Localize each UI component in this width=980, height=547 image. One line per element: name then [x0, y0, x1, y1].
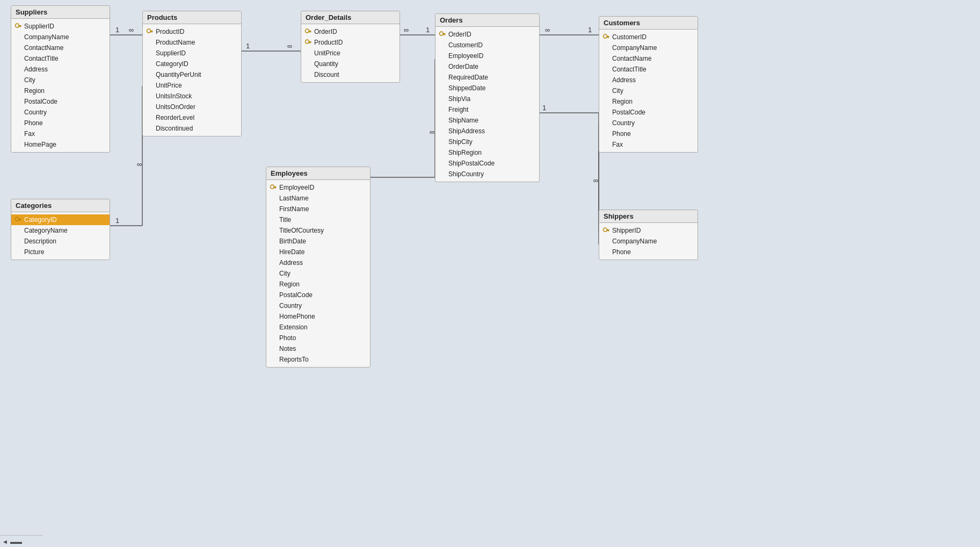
field-row-companyname: CompanyName — [599, 236, 698, 247]
key-icon-shipperid — [602, 227, 610, 234]
field-name-city: City — [24, 76, 105, 84]
table-products: Products ProductIDProductNameSupplierIDC… — [142, 11, 242, 136]
field-row-supplierid: SupplierID — [11, 21, 110, 32]
field-row-shippeddate: ShippedDate — [435, 83, 539, 93]
field-row-productid: ProductID — [301, 37, 400, 48]
field-name-region: Region — [612, 98, 693, 105]
svg-rect-62 — [607, 231, 608, 231]
svg-text:∞: ∞ — [404, 26, 409, 34]
field-row-unitprice: UnitPrice — [301, 48, 400, 59]
field-name-photo: Photo — [279, 334, 366, 342]
table-customers: Customers CustomerIDCompanyNameContactNa… — [599, 16, 698, 153]
field-name-categoryid: CategoryID — [24, 216, 105, 224]
field-name-shipaddress: ShipAddress — [448, 127, 535, 135]
field-name-phone: Phone — [24, 119, 105, 127]
field-name-shipvia: ShipVia — [448, 95, 535, 103]
field-name-address: Address — [612, 76, 693, 84]
field-name-fax: Fax — [612, 141, 693, 148]
field-name-titleofcourtesy: TitleOfCourtesy — [279, 227, 366, 234]
field-name-phone: Phone — [612, 130, 693, 138]
field-name-contactname: ContactName — [24, 44, 105, 52]
field-row-categoryname: CategoryName — [11, 225, 110, 236]
field-name-shipcity: ShipCity — [448, 138, 535, 146]
field-name-productid: ProductID — [314, 39, 395, 46]
field-name-fax: Fax — [24, 130, 105, 138]
field-row-contacttitle: ContactTitle — [11, 53, 110, 64]
table-body-customers: CustomerIDCompanyNameContactNameContactT… — [599, 30, 698, 152]
field-name-shippostalcode: ShipPostalCode — [448, 160, 535, 167]
field-row-country: Country — [11, 107, 110, 118]
field-row-unitsinstock: UnitsInStock — [143, 91, 241, 102]
field-name-extension: Extension — [279, 323, 366, 331]
field-row-city: City — [11, 75, 110, 85]
svg-rect-53 — [608, 37, 609, 38]
field-row-reportsto: ReportsTo — [266, 354, 370, 365]
field-row-shipname: ShipName — [435, 115, 539, 126]
svg-rect-32 — [19, 219, 21, 220]
table-categories: Categories CategoryIDCategoryNameDescrip… — [11, 199, 110, 260]
key-icon-employeeid — [270, 184, 277, 191]
field-name-companyname: CompanyName — [24, 33, 105, 41]
key-icon-orderid — [439, 31, 446, 38]
field-row-requireddate: RequiredDate — [435, 72, 539, 83]
field-name-orderdate: OrderDate — [448, 63, 535, 70]
svg-text:∞: ∞ — [129, 26, 134, 34]
table-suppliers: Suppliers SupplierIDCompanyNameContactNa… — [11, 5, 110, 153]
field-row-titleofcourtesy: TitleOfCourtesy — [266, 225, 370, 236]
field-row-address: Address — [266, 257, 370, 268]
field-row-picture: Picture — [11, 247, 110, 257]
field-name-unitsonorder: UnitsOnOrder — [156, 103, 237, 111]
field-row-homephone: HomePhone — [266, 311, 370, 322]
field-name-customerid: CustomerID — [448, 41, 535, 49]
field-name-region: Region — [279, 280, 366, 288]
svg-rect-49 — [444, 34, 445, 35]
table-body-order_details: OrderID ProductIDUnitPriceQuantityDiscou… — [301, 24, 400, 82]
scroll-indicator[interactable]: ◄ ▬▬ — [0, 535, 43, 547]
key-icon-supplierid — [14, 23, 22, 30]
svg-rect-56 — [274, 186, 277, 188]
svg-rect-28 — [19, 25, 21, 26]
field-row-postalcode: PostalCode — [11, 96, 110, 107]
svg-rect-52 — [607, 36, 609, 37]
field-row-notes: Notes — [266, 343, 370, 354]
field-name-requireddate: RequiredDate — [448, 74, 535, 81]
field-name-categoryname: CategoryName — [24, 227, 105, 234]
field-row-country: Country — [266, 300, 370, 311]
field-name-address: Address — [24, 66, 105, 73]
field-row-customerid: CustomerID — [599, 32, 698, 42]
field-name-homephone: HomePhone — [279, 313, 366, 320]
field-row-shipcity: ShipCity — [435, 136, 539, 147]
field-row-companyname: CompanyName — [599, 42, 698, 53]
field-name-shippeddate: ShippedDate — [448, 84, 535, 92]
field-row-shippostalcode: ShipPostalCode — [435, 158, 539, 169]
field-row-discontinued: Discontinued — [143, 123, 241, 134]
table-order_details: Order_Details OrderID ProductIDUnitPrice… — [301, 11, 400, 83]
field-name-city: City — [279, 270, 366, 277]
table-body-products: ProductIDProductNameSupplierIDCategoryID… — [143, 24, 241, 136]
svg-text:∞: ∞ — [137, 160, 142, 168]
field-name-description: Description — [24, 237, 105, 245]
svg-point-27 — [16, 24, 19, 27]
field-name-reorderlevel: ReorderLevel — [156, 114, 237, 121]
field-name-unitsinstock: UnitsInStock — [156, 92, 237, 100]
field-row-region: Region — [11, 85, 110, 96]
svg-rect-34 — [19, 220, 20, 220]
svg-point-31 — [16, 217, 19, 221]
field-name-contactname: ContactName — [612, 55, 693, 62]
field-name-postalcode: PostalCode — [24, 98, 105, 105]
svg-rect-42 — [309, 32, 310, 32]
field-row-contactname: ContactName — [11, 42, 110, 53]
svg-text:∞: ∞ — [545, 26, 550, 34]
diagram-canvas: 1 ∞ 1 ∞ 1 ∞ ∞ 1 ∞ 1 1 ∞ 1 ∞ — [0, 0, 980, 547]
svg-rect-60 — [607, 229, 609, 231]
field-row-postalcode: PostalCode — [266, 290, 370, 300]
field-row-postalcode: PostalCode — [599, 107, 698, 118]
svg-text:1: 1 — [426, 26, 430, 34]
field-name-country: Country — [24, 109, 105, 116]
svg-text:∞: ∞ — [287, 42, 292, 50]
field-name-companyname: CompanyName — [612, 237, 693, 245]
table-shippers: Shippers ShipperIDCompanyNamePhone — [599, 210, 698, 260]
field-row-fax: Fax — [599, 139, 698, 150]
field-name-categoryid: CategoryID — [156, 60, 237, 68]
svg-text:∞: ∞ — [430, 128, 434, 136]
